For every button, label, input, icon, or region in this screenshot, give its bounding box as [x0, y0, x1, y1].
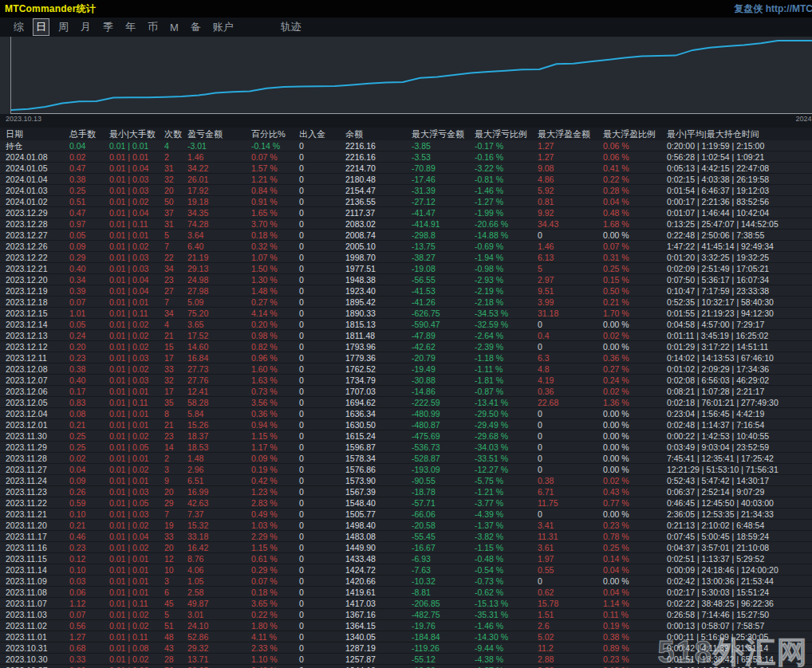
table-row[interactable]: 2023.12.040.080.01 | 0.0185.840.36 %0163…: [0, 408, 812, 419]
cell-8: -119.26: [412, 642, 475, 654]
table-row[interactable]: 2023.11.270.040.01 | 0.0232.960.19 %0157…: [0, 464, 812, 475]
table-row[interactable]: 2023.10.310.680.01 | 0.084329.322.33 %01…: [0, 642, 812, 654]
cell-5: 0.98 %: [251, 330, 299, 341]
menu-item-账户[interactable]: 账户: [211, 19, 236, 35]
table-row[interactable]: 2023.12.280.970.01 | 0.113174.283.70 %02…: [0, 218, 812, 230]
cell-2: 0.01 | 0.11: [109, 598, 164, 609]
table-row[interactable]: 2023.12.220.290.01 | 0.032221.191.07 %01…: [0, 252, 812, 263]
table-row[interactable]: 2023.12.200.340.01 | 0.042324.981.30 %01…: [0, 274, 812, 285]
cell-10: 0: [538, 442, 603, 453]
cell-9: -29.50 %: [475, 408, 538, 419]
brand-link[interactable]: 复盘侠 http://MTC: [734, 2, 812, 16]
table-row[interactable]: 2023.11.150.120.01 | 0.01128.760.61 %014…: [0, 553, 812, 564]
cell-3: 51: [164, 620, 187, 631]
table-row[interactable]: 2023.11.200.210.01 | 0.021915.321.03 %01…: [0, 520, 812, 531]
table-row[interactable]: 2023.12.270.050.01 | 0.0153.640.18 %0200…: [0, 230, 812, 241]
table-row[interactable]: 2023.11.230.260.01 | 0.032016.991.23 %01…: [0, 486, 812, 497]
cell-1: 1.01: [69, 308, 109, 319]
cell-5: 0.32 %: [251, 241, 299, 252]
menu-item-综[interactable]: 综: [11, 19, 26, 35]
table-row[interactable]: 2023.11.210.100.01 | 0.0377.370.49 %0150…: [0, 509, 812, 520]
column-header-11: 最大浮盈比例: [603, 128, 667, 140]
table-row[interactable]: 2023.12.190.390.01 | 0.042727.981.48 %01…: [0, 285, 812, 297]
table-row[interactable]: 2024.01.030.250.01 | 0.032017.920.84 %02…: [0, 185, 812, 196]
table-row[interactable]: 2024.01.050.470.01 | 0.043134.221.57 %02…: [0, 163, 812, 174]
cell-10: 0: [538, 230, 603, 241]
cell-12: 7:45:41 | 12:35:41 | 17:25:42: [667, 453, 812, 464]
table-row[interactable]: 2023.11.020.560.01 | 0.025124.101.80 %01…: [0, 620, 812, 631]
table-row[interactable]: 2023.12.290.470.01 | 0.043734.351.65 %02…: [0, 207, 812, 218]
table-row[interactable]: 2024.01.080.020.01 | 0.0121.460.07 %0221…: [0, 151, 812, 163]
table-row[interactable]: 2023.11.300.250.01 | 0.022318.371.15 %01…: [0, 430, 812, 442]
table-row[interactable]: 2023.12.180.070.01 | 0.0175.090.27 %0189…: [0, 297, 812, 308]
table-row[interactable]: 2023.11.071.120.01 | 0.114549.873.65 %01…: [0, 598, 812, 609]
table-row[interactable]: 2023.11.280.020.01 | 0.0121.480.09 %0157…: [0, 453, 812, 464]
table-row[interactable]: 2023.12.130.240.01 | 0.022117.520.98 %01…: [0, 330, 812, 341]
menu-item-M[interactable]: M: [168, 21, 181, 34]
table-row[interactable]: 2023.11.030.070.01 | 0.0253.010.22 %0136…: [0, 609, 812, 620]
cell-8: -10.32: [412, 576, 475, 587]
cell-6: 0: [299, 397, 345, 408]
cell-11: 1.68 %: [603, 218, 667, 230]
menu-item-备[interactable]: 备: [188, 19, 203, 35]
table-row[interactable]: 2023.11.220.590.01 | 0.052942.632.83 %01…: [0, 497, 812, 509]
table-row[interactable]: 2023.11.080.060.01 | 0.0162.580.18 %0141…: [0, 587, 812, 598]
cell-10: 9.51: [538, 285, 603, 297]
table-row[interactable]: 2023.12.050.830.01 | 0.113558.283.56 %01…: [0, 397, 812, 408]
table-row[interactable]: 2023.11.011.270.01 | 0.114852.864.11 %01…: [0, 631, 812, 642]
cell-8: -66.06: [412, 509, 475, 520]
menu-item-日[interactable]: 日: [34, 19, 49, 35]
table-row[interactable]: 2023.11.290.250.01 | 0.051418.531.17 %01…: [0, 442, 812, 453]
table-row[interactable]: 2023.11.160.230.01 | 0.022016.421.15 %01…: [0, 542, 812, 553]
table-row[interactable]: 2023.12.110.230.01 | 0.031716.840.96 %01…: [0, 352, 812, 363]
menu-item-季[interactable]: 季: [101, 19, 116, 35]
menu-item-月[interactable]: 月: [78, 19, 93, 35]
cell-2: 0.01 | 0.02: [109, 319, 164, 330]
table-row[interactable]: 2023.12.010.210.01 | 0.012115.260.94 %01…: [0, 419, 812, 430]
table-row[interactable]: 2024.01.020.510.01 | 0.025019.180.91 %02…: [0, 196, 812, 207]
table-row[interactable]: 2023.10.270.620.01 | 0.035636.652.49 %01…: [0, 665, 812, 668]
table-row[interactable]: 2023.12.120.200.01 | 0.021514.600.82 %01…: [0, 341, 812, 352]
cell-1: 0.33: [69, 654, 109, 665]
cell-0: 2023.12.21: [6, 263, 69, 274]
table-row[interactable]: 2023.12.140.050.01 | 0.0243.650.20 %0181…: [0, 319, 812, 330]
table-row[interactable]: 2023.11.090.030.01 | 0.0131.050.07 %0142…: [0, 576, 812, 587]
cell-9: -12.27 %: [475, 464, 538, 475]
cell-10: 0: [538, 509, 603, 520]
table-row[interactable]: 2023.11.140.100.01 | 0.01104.060.29 %014…: [0, 564, 812, 576]
cell-2: 0.01 | 0.01: [109, 564, 164, 576]
menu-item-周[interactable]: 周: [56, 19, 71, 35]
table-row[interactable]: 持仓0.040.01 | 0.014-3.01-0.14 %02216.16-3…: [0, 140, 812, 151]
table-row[interactable]: 2023.12.260.090.01 | 0.0276.400.32 %0200…: [0, 241, 812, 252]
cell-0: 2024.01.05: [6, 163, 69, 174]
cell-6: 0: [299, 576, 345, 587]
menu-item-轨迹[interactable]: 轨迹: [278, 19, 304, 35]
table-row[interactable]: 2023.12.210.400.01 | 0.033429.131.50 %01…: [0, 263, 812, 274]
cell-3: 5: [164, 609, 187, 620]
table-row[interactable]: 2023.11.170.460.01 | 0.043333.182.29 %01…: [0, 531, 812, 542]
cell-1: 0.47: [69, 207, 109, 218]
cell-10: 0.62: [538, 587, 603, 598]
cell-8: -19.08: [412, 263, 475, 274]
table-row[interactable]: 2023.12.060.170.01 | 0.011712.410.73 %01…: [0, 386, 812, 397]
cell-7: 1505.77: [345, 509, 412, 520]
cell-12: 0:21:13 | 2:10:02 | 6:48:54: [667, 520, 812, 531]
cell-7: 1567.39: [345, 486, 412, 497]
table-row[interactable]: 2023.11.240.090.01 | 0.0196.510.42 %0157…: [0, 475, 812, 486]
menu-bar: 综日周月季年币M备账户轨迹: [0, 18, 812, 37]
table-row[interactable]: 2023.12.070.400.01 | 0.033227.761.63 %01…: [0, 375, 812, 386]
cell-0: 2023.12.11: [6, 352, 69, 363]
cell-6: 0: [299, 207, 345, 218]
cell-9: -14.30 %: [475, 631, 538, 642]
menu-item-年[interactable]: 年: [123, 19, 138, 35]
cell-6: 0: [299, 497, 345, 509]
cell-1: 0.21: [69, 520, 109, 531]
cell-1: 0.05: [69, 230, 109, 241]
table-row[interactable]: 2024.01.040.380.01 | 0.033226.011.21 %02…: [0, 174, 812, 185]
menu-item-币[interactable]: 币: [145, 19, 160, 35]
cell-6: 0: [299, 308, 345, 319]
table-row[interactable]: 2023.12.151.010.01 | 0.113475.204.14 %01…: [0, 308, 812, 319]
cell-7: 2136.55: [345, 196, 412, 207]
table-row[interactable]: 2023.10.300.330.01 | 0.022813.711.10 %01…: [0, 654, 812, 665]
table-row[interactable]: 2023.12.080.380.01 | 0.023327.731.60 %01…: [0, 363, 812, 375]
